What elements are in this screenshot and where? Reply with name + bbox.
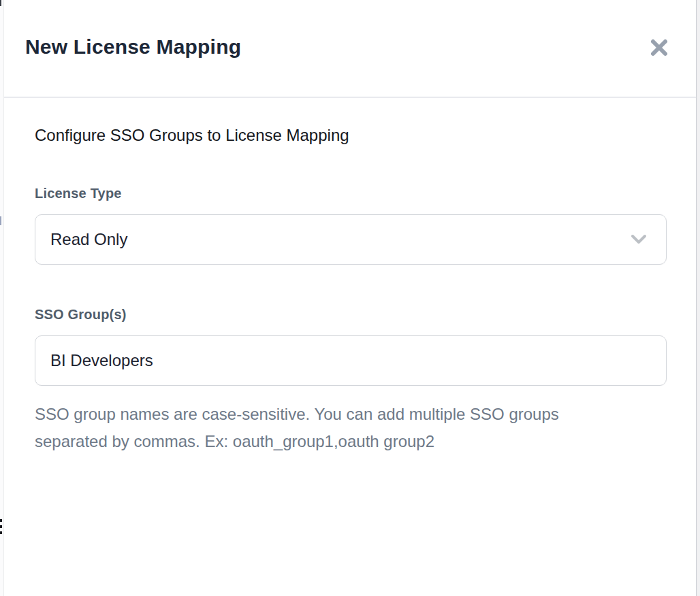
- background-artifact-top: [0, 0, 1, 6]
- background-list-icon: [0, 519, 2, 536]
- dialog-header: New License Mapping: [4, 0, 696, 98]
- license-type-select[interactable]: Read Only: [35, 214, 667, 265]
- dialog-body: Configure SSO Groups to License Mapping …: [4, 126, 696, 455]
- dialog-title: New License Mapping: [25, 35, 241, 59]
- chevron-down-icon: [631, 234, 647, 245]
- new-license-mapping-dialog: New License Mapping Configure SSO Groups…: [3, 0, 697, 596]
- close-icon: [650, 38, 669, 59]
- sso-groups-label: SSO Group(s): [35, 307, 665, 322]
- close-button[interactable]: [647, 36, 671, 61]
- sso-groups-input[interactable]: [35, 335, 667, 386]
- license-type-label: License Type: [35, 186, 665, 201]
- screen: New License Mapping Configure SSO Groups…: [0, 0, 700, 596]
- license-type-selected-value: Read Only: [50, 230, 631, 249]
- background-artifact-blue: [0, 216, 1, 225]
- sso-groups-helper-text: SSO group names are case-sensitive. You …: [35, 401, 614, 455]
- dialog-subtitle: Configure SSO Groups to License Mapping: [35, 126, 665, 145]
